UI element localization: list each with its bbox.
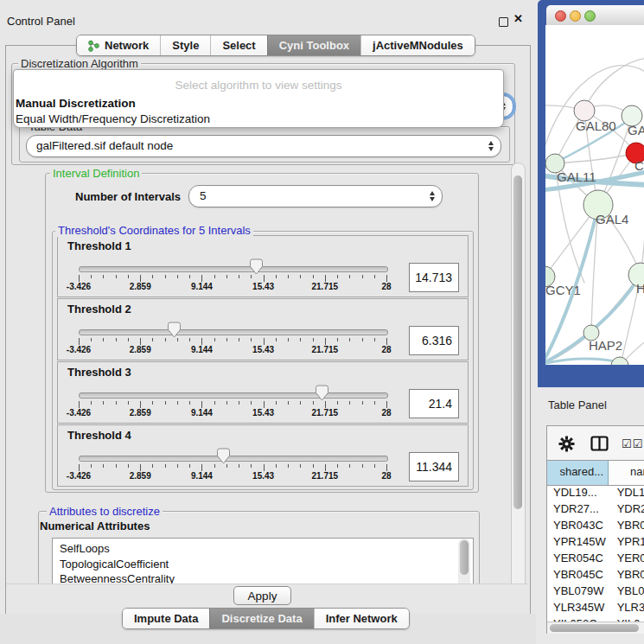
control-panel-scrollbar-thumb[interactable] <box>513 175 522 509</box>
threshold-value-field[interactable]: 11.344 <box>409 452 459 481</box>
cell-name[interactable]: YDL1 <box>612 484 644 501</box>
cell-name[interactable]: YBR0 <box>612 517 644 533</box>
slider-track[interactable] <box>79 266 388 272</box>
tick-label: 21.715 <box>299 282 351 291</box>
cell-shared-name[interactable]: YDR27... <box>547 501 612 517</box>
cell-shared-name[interactable]: YBL079W <box>547 583 612 599</box>
bottom-tab-discretize-data[interactable]: Discretize Data <box>209 609 313 628</box>
number-of-intervals-combobox[interactable]: 5 <box>188 185 443 207</box>
control-panel-scrollbar[interactable] <box>511 163 526 607</box>
select-columns-checkboxes-icon[interactable]: ☑☑ <box>622 437 643 450</box>
cell-shared-name[interactable]: YDL19... <box>547 484 612 501</box>
algorithm-option-manual-discretization[interactable]: Manual Discretization <box>16 97 136 110</box>
minor-tick <box>103 401 104 405</box>
table-row[interactable]: YDL19...YDL1 <box>547 484 644 501</box>
table-horizontal-scrollbar[interactable] <box>547 622 644 634</box>
cell-shared-name[interactable]: YER054C <box>547 550 612 566</box>
zoom-traffic-light-icon[interactable] <box>584 10 596 22</box>
minor-tick <box>226 338 227 341</box>
table-row[interactable]: YDR27...YDR2 <box>547 501 644 517</box>
attributes-list-scrollbar-thumb[interactable] <box>460 540 469 575</box>
tick-label: 2.859 <box>114 408 166 418</box>
table-row[interactable]: YBR043CYBR0 <box>547 517 644 533</box>
minor-tick <box>91 338 92 341</box>
table-row[interactable]: YPR145WYPR1 <box>547 533 644 550</box>
table-rows: YDL19...YDL1YDR27...YDR2YBR043CYBR0YPR14… <box>547 484 644 622</box>
cell-shared-name[interactable]: YIL052C <box>547 615 612 622</box>
apply-button[interactable]: Apply <box>233 586 291 605</box>
cell-shared-name[interactable]: YBR045C <box>547 566 612 583</box>
network-canvas[interactable]: GAL80GACGAL11GAL4GCY1HHAP2 <box>545 25 644 365</box>
split-columns-icon[interactable] <box>590 436 609 451</box>
major-tick <box>386 464 387 471</box>
slider-track[interactable] <box>79 329 388 335</box>
algorithm-dropdown-popup: Select algorithm to view settings Manual… <box>13 69 504 128</box>
threshold-value-field[interactable]: 14.713 <box>409 263 459 292</box>
cell-shared-name[interactable]: YPR145W <box>547 533 612 550</box>
slider-thumb[interactable] <box>167 322 182 338</box>
close-icon[interactable]: ✕ <box>513 12 523 25</box>
table-row[interactable]: YBR045CYBR0 <box>547 566 644 583</box>
slider-thumb[interactable] <box>315 385 329 401</box>
network-window-titlebar[interactable] <box>546 5 644 26</box>
float-window-icon[interactable] <box>499 17 508 27</box>
table-row[interactable]: YER054CYER0 <box>547 550 644 566</box>
minor-tick <box>374 464 375 468</box>
bottom-tab-infer-network[interactable]: Infer Network <box>314 609 409 628</box>
minor-tick <box>337 401 338 405</box>
bottom-tab-label: Discretize Data <box>221 612 302 625</box>
algorithm-option-equal-width-frequency-discretization[interactable]: Equal Width/Frequency Discretization <box>16 112 210 125</box>
minor-tick <box>313 338 314 341</box>
tab-jactivemnodules[interactable]: jActiveMNodules <box>360 35 475 55</box>
table-row[interactable]: YBL079WYBL0 <box>547 583 644 599</box>
threshold-value-field[interactable]: 6.316 <box>409 326 459 355</box>
cell-name[interactable]: YIL0 <box>612 615 644 622</box>
tick-label: 9.144 <box>175 471 227 481</box>
bottom-tab-label: Impute Data <box>134 612 198 625</box>
network-node-label: GAL11 <box>557 169 596 184</box>
cell-name[interactable]: YDR2 <box>612 501 644 517</box>
attribute-item-selfloops[interactable]: SelfLoops <box>53 541 473 557</box>
column-header-name[interactable]: name <box>609 461 644 485</box>
cell-shared-name[interactable]: YLR345W <box>547 599 612 615</box>
slider-thumb[interactable] <box>216 448 231 464</box>
cell-name[interactable]: YBL0 <box>612 583 644 599</box>
slider-track[interactable] <box>79 456 388 462</box>
network-node-node-bottom[interactable] <box>611 357 628 365</box>
cell-name[interactable]: YER0 <box>612 550 644 566</box>
slider-thumb[interactable] <box>249 258 264 275</box>
minor-tick <box>226 464 227 468</box>
table-horizontal-scrollbar-thumb[interactable] <box>550 624 639 632</box>
tick-label: 9.144 <box>175 408 227 418</box>
minor-tick <box>116 401 117 405</box>
minor-tick <box>214 338 215 341</box>
minor-tick <box>116 275 117 278</box>
attributes-list-scrollbar[interactable] <box>458 539 470 588</box>
cell-name[interactable]: YBR0 <box>612 566 644 583</box>
bottom-tab-impute-data[interactable]: Impute Data <box>123 609 209 628</box>
minimize-traffic-light-icon[interactable] <box>570 10 581 22</box>
tab-cyni-toolbox[interactable]: Cyni Toolbox <box>267 35 360 55</box>
major-tick <box>201 338 202 345</box>
gear-icon[interactable] <box>558 436 575 452</box>
threshold-value-field[interactable]: 21.4 <box>409 389 459 418</box>
tab-style[interactable]: Style <box>160 35 210 55</box>
tab-network[interactable]: Network <box>77 35 160 55</box>
threshold-panel-2: Threshold 2-3.4262.8599.14415.4321.71528… <box>57 298 469 360</box>
cell-shared-name[interactable]: YBR043C <box>547 517 612 533</box>
attribute-item-topologicalcoefficient[interactable]: TopologicalCoefficient <box>53 557 473 572</box>
tab-select[interactable]: Select <box>210 35 266 55</box>
cell-name[interactable]: YLR3 <box>612 599 644 615</box>
slider-track[interactable] <box>79 392 388 399</box>
minor-tick <box>337 338 338 341</box>
minor-tick <box>239 275 239 278</box>
threshold-panel-1: Threshold 1-3.4262.8599.14415.4321.71528… <box>57 235 469 297</box>
tick-label: 21.715 <box>299 345 351 354</box>
table-data-combobox[interactable]: galFiltered.sif default node <box>26 135 501 157</box>
column-header-shared-name[interactable]: shared... <box>547 461 609 485</box>
table-row[interactable]: YLR345WYLR3 <box>547 599 644 615</box>
close-traffic-light-icon[interactable] <box>555 10 566 22</box>
cell-name[interactable]: YPR1 <box>612 533 644 550</box>
table-row[interactable]: YIL052CYIL0 <box>547 615 644 622</box>
minor-tick <box>152 275 153 278</box>
